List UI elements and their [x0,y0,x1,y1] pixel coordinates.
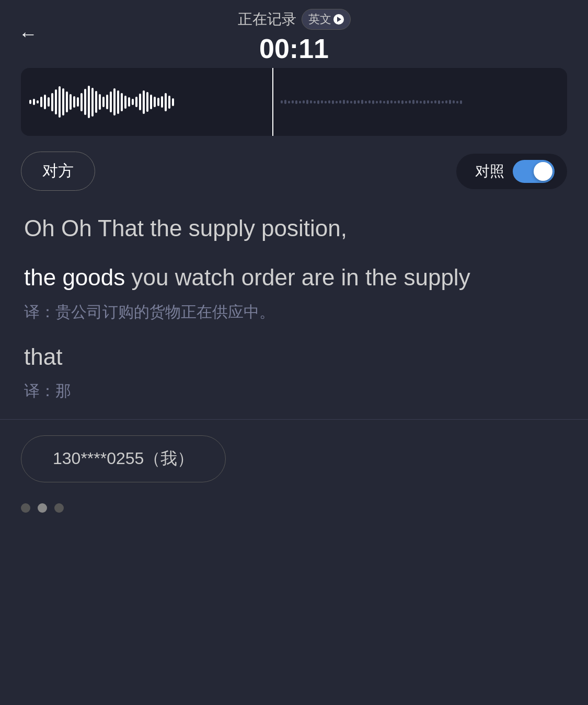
waveform-canvas [21,68,567,136]
timer-display: 00:11 [259,33,329,64]
play-icon [333,14,344,25]
transcript-block-2: the goods you watch order are in the sup… [24,261,564,325]
recording-label: 正在记录 [238,9,296,29]
transcript-chinese-2: 译：贵公司订购的货物正在供应中。 [24,299,564,325]
transcript-chinese-3: 译：那 [24,378,564,403]
dots-indicator [0,493,588,528]
my-number-button[interactable]: 130****0255（我） [21,435,226,482]
language-badge[interactable]: 英文 [302,9,351,30]
divider [0,419,588,420]
waveform-container[interactable] [21,68,567,136]
speaker-button[interactable]: 对方 [21,152,95,191]
header: ← 正在记录 英文 00:11 [0,0,588,68]
controls-row: 对方 对照 [0,152,588,191]
back-button[interactable]: ← [19,23,38,45]
dot-2 [38,503,47,513]
waveform-remaining [272,68,567,136]
transcript-english-1: Oh Oh That the supply position, [24,212,564,245]
header-title-row: 正在记录 英文 [238,9,351,30]
contrast-toggle[interactable] [513,160,555,183]
language-label: 英文 [308,11,331,27]
waveform-played [21,68,272,136]
dot-1 [21,503,30,513]
transcript-english-2: the goods you watch order are in the sup… [24,261,564,294]
transcript-area: Oh Oh That the supply position, the good… [0,212,588,403]
transcript-english-3: that [24,340,564,374]
transcript-block-3: that 译：那 [24,340,564,404]
toggle-knob [534,162,552,181]
highlight-goods: the goods [24,264,125,290]
contrast-control: 对照 [456,154,567,189]
contrast-label: 对照 [475,161,504,181]
transcript-block-1: Oh Oh That the supply position, [24,212,564,245]
dot-3 [54,503,64,513]
bottom-speaker-area: 130****0255（我） [0,435,588,493]
